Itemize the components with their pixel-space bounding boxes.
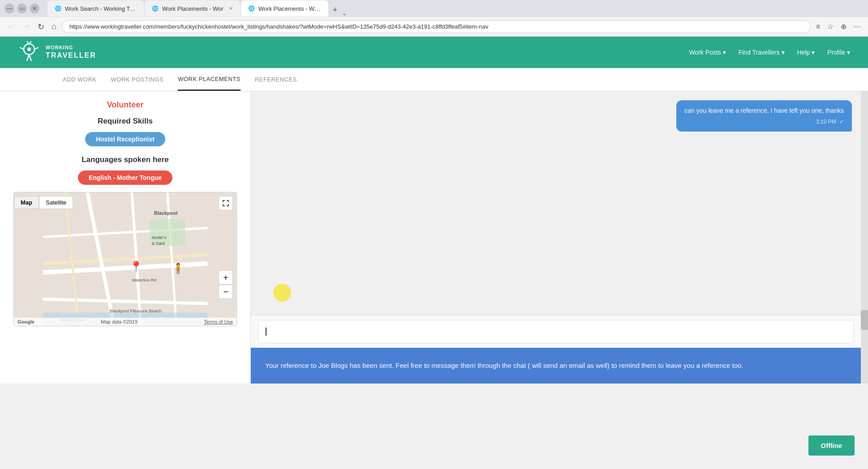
minimize-button[interactable]: — xyxy=(4,4,14,13)
svg-line-6 xyxy=(29,55,31,61)
header-nav: Work Posts ▾ Find Travellers ▾ Help ▾ Pr… xyxy=(689,49,850,56)
logo-icon xyxy=(18,41,40,64)
scroll-to-top-button[interactable]: ▲ xyxy=(861,310,868,330)
zoom-out-button[interactable]: − xyxy=(219,285,233,299)
refresh-button[interactable]: ↻ xyxy=(36,20,46,34)
nav-work-posts[interactable]: Work Posts ▾ xyxy=(689,49,726,56)
reader-view-icon[interactable]: ≡ xyxy=(814,21,822,33)
tab1-title: Work Search - Working Trav xyxy=(65,5,137,12)
back-button[interactable]: ← xyxy=(5,20,17,33)
skill-badge: Hostel Receptionist xyxy=(85,132,165,146)
chevron-down-icon: ▾ xyxy=(723,49,726,56)
map-zoom-controls: + − xyxy=(219,270,233,299)
forward-button[interactable]: → xyxy=(21,20,32,33)
cursor-indicator xyxy=(273,284,291,302)
home-button[interactable]: ⌂ xyxy=(50,20,58,33)
chat-input[interactable] xyxy=(258,320,854,343)
svg-rect-28 xyxy=(223,200,223,202)
bookmark-icon[interactable]: ☆ xyxy=(825,21,835,33)
left-panel: Volunteer Required Skills Hostel Recepti… xyxy=(0,91,251,384)
map-expand-button[interactable] xyxy=(219,196,233,210)
chat-bubble: can you leave me a reference, I have lef… xyxy=(676,100,852,132)
info-box: Your reference to Joe Blogs has been sen… xyxy=(251,348,861,384)
main-content: Volunteer Required Skills Hostel Recepti… xyxy=(0,91,868,384)
map-data-label: Map data ©2019 xyxy=(101,319,138,324)
logo-area[interactable]: WORKING TRAVELLER xyxy=(18,41,96,64)
map-footer: Google Map data ©2019 Terms of Use xyxy=(14,318,236,326)
svg-text:& Gard: & Gard xyxy=(152,241,164,246)
languages-heading: Languages spoken here xyxy=(13,155,237,164)
close-button[interactable]: ✕ xyxy=(30,4,39,13)
zoom-in-button[interactable]: + xyxy=(219,270,233,285)
chat-input-wrapper xyxy=(258,320,854,343)
tab2-title: Work Placements - Wor xyxy=(162,5,223,12)
google-label: Google xyxy=(17,319,34,324)
svg-text:Model V: Model V xyxy=(152,235,167,240)
svg-rect-30 xyxy=(228,200,229,202)
tab3-title: Work Placements - Work Pc xyxy=(258,5,321,12)
tab-menu-button[interactable]: ⌄ xyxy=(342,9,347,17)
svg-rect-34 xyxy=(228,204,229,206)
logo-working: WORKING xyxy=(46,44,96,51)
browser-chrome: — ▭ ✕ 🌐 Work Search - Working Trav 🌐 Wor… xyxy=(0,0,868,37)
terms-link[interactable]: Terms of Use xyxy=(204,319,233,324)
scrollbar-area: ▲ xyxy=(861,91,868,384)
more-options-icon[interactable]: ⋯ xyxy=(852,21,863,33)
subnav-add-work[interactable]: ADD WORK xyxy=(63,69,97,90)
map-container[interactable]: Blackpool Blackpool Pleasure Beach Water… xyxy=(13,192,237,326)
offline-label: Offline xyxy=(821,442,842,449)
svg-rect-32 xyxy=(223,204,223,206)
map-view-button[interactable]: Map xyxy=(14,196,39,209)
logo-text: WORKING TRAVELLER xyxy=(46,44,96,60)
new-tab-button[interactable]: + xyxy=(329,4,341,17)
svg-line-5 xyxy=(27,55,29,61)
site-header: WORKING TRAVELLER Work Posts ▾ Find Trav… xyxy=(0,37,868,68)
text-cursor xyxy=(266,328,266,336)
browser-toolbar: ← → ↻ ⌂ ≡ ☆ ⊕ ⋯ xyxy=(0,17,868,37)
chat-timestamp: 3:10 PM ✓ xyxy=(684,118,844,126)
chat-area: can you leave me a reference, I have lef… xyxy=(251,91,861,315)
svg-text:Waterloo Rd: Waterloo Rd xyxy=(132,277,156,282)
address-bar[interactable] xyxy=(62,20,811,33)
maximize-button[interactable]: ▭ xyxy=(17,4,27,13)
tab1-favicon: 🌐 xyxy=(55,5,61,12)
info-box-text: Your reference to Joe Blogs has been sen… xyxy=(265,360,847,371)
logo-traveller: TRAVELLER xyxy=(46,51,96,60)
svg-text:📍: 📍 xyxy=(129,260,143,273)
subnav-work-postings[interactable]: WORK POSTINGS xyxy=(111,69,164,90)
chat-message-sent: can you leave me a reference, I have lef… xyxy=(260,100,852,132)
map-controls: Map Satellite xyxy=(14,196,73,209)
browser-window-controls: — ▭ ✕ xyxy=(4,4,39,13)
svg-point-7 xyxy=(27,47,31,51)
tab2-close[interactable]: ✕ xyxy=(229,6,233,12)
nav-profile[interactable]: Profile ▾ xyxy=(827,49,850,56)
tab-1[interactable]: 🌐 Work Search - Working Trav xyxy=(47,0,144,17)
sub-nav: ADD WORK WORK POSTINGS WORK PLACEMENTS R… xyxy=(0,68,868,91)
volunteer-title: Volunteer xyxy=(13,100,237,110)
chat-message-text: can you leave me a reference, I have lef… xyxy=(684,107,844,114)
tabs-bar: 🌐 Work Search - Working Trav 🌐 Work Plac… xyxy=(43,0,864,17)
svg-line-3 xyxy=(20,47,24,49)
check-icon: ✓ xyxy=(839,119,844,125)
nav-help[interactable]: Help ▾ xyxy=(797,49,815,56)
chevron-down-icon: ▾ xyxy=(782,49,785,56)
subnav-references[interactable]: REFERENCES xyxy=(255,69,297,90)
right-content: can you leave me a reference, I have lef… xyxy=(251,91,861,384)
satellite-view-button[interactable]: Satellite xyxy=(39,196,73,209)
tab-3[interactable]: 🌐 Work Placements - Work Pc xyxy=(241,0,328,17)
nav-find-travellers[interactable]: Find Travellers ▾ xyxy=(739,49,785,56)
svg-text:Blackpool: Blackpool xyxy=(154,210,177,216)
tab-2[interactable]: 🌐 Work Placements - Wor ✕ xyxy=(145,0,240,17)
extensions-icon[interactable]: ⊕ xyxy=(839,21,848,33)
required-skills-heading: Required Skills xyxy=(13,117,237,126)
expand-icon xyxy=(222,200,229,207)
tab2-favicon: 🌐 xyxy=(152,5,159,12)
chevron-down-icon: ▾ xyxy=(812,49,815,56)
subnav-work-placements[interactable]: WORK PLACEMENTS xyxy=(178,68,241,91)
svg-text:🧍: 🧍 xyxy=(172,262,185,274)
offline-badge[interactable]: Offline xyxy=(808,435,855,456)
chevron-down-icon: ▾ xyxy=(847,49,850,56)
svg-line-4 xyxy=(34,47,39,49)
svg-text:Blackpool Pleasure Beach: Blackpool Pleasure Beach xyxy=(110,308,162,313)
language-badge: English - Mother Tongue xyxy=(78,171,172,185)
